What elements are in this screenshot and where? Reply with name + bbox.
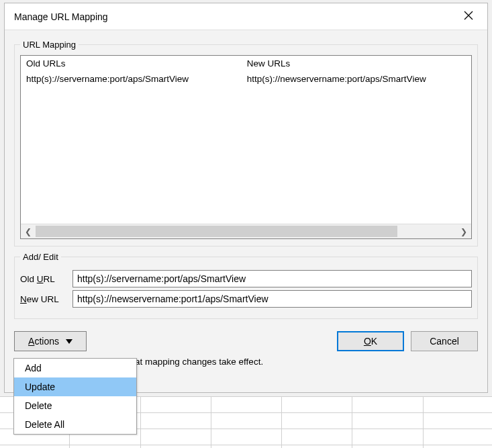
table-row[interactable]: http(s)://servername:port/aps/SmartView … bbox=[21, 71, 471, 87]
group-add-edit-legend: Add/ Edit bbox=[20, 252, 61, 262]
dialog-button-row: Actions OK Cancel bbox=[14, 331, 478, 351]
cancel-button[interactable]: Cancel bbox=[411, 331, 478, 351]
column-header-old-urls[interactable]: Old URLs bbox=[21, 56, 242, 71]
actions-menu-delete-all[interactable]: Delete All bbox=[14, 415, 136, 434]
dialog-body: URL Mapping Old URLs New URLs bbox=[5, 30, 487, 392]
scroll-left-button[interactable]: ❮ bbox=[21, 224, 36, 238]
dialog-titlebar: Manage URL Mapping bbox=[5, 3, 487, 30]
actions-menu-delete[interactable]: Delete bbox=[14, 396, 136, 415]
close-button[interactable] bbox=[450, 3, 487, 30]
scroll-thumb[interactable] bbox=[36, 226, 397, 237]
url-mapping-table[interactable]: Old URLs New URLs http(s)://servername:p… bbox=[20, 55, 472, 239]
chevron-left-icon: ❮ bbox=[25, 227, 32, 236]
cell-old-url: http(s)://servername:port/aps/SmartView bbox=[21, 71, 242, 87]
column-header-new-urls[interactable]: New URLs bbox=[242, 56, 471, 71]
group-url-mapping: URL Mapping Old URLs New URLs bbox=[14, 40, 478, 247]
actions-menu-update[interactable]: Update bbox=[14, 377, 136, 396]
ok-button[interactable]: OK bbox=[337, 331, 404, 351]
scroll-track[interactable] bbox=[36, 224, 456, 238]
group-add-edit: Add/ Edit Old URL New URL bbox=[14, 252, 478, 319]
close-icon bbox=[464, 11, 473, 23]
chevron-right-icon: ❯ bbox=[460, 227, 467, 236]
label-old-url: Old URL bbox=[20, 274, 68, 284]
actions-menu-add[interactable]: Add bbox=[14, 359, 136, 377]
old-url-input[interactable] bbox=[72, 270, 472, 287]
group-url-mapping-legend: URL Mapping bbox=[20, 40, 79, 50]
actions-dropdown-button[interactable]: Actions bbox=[14, 331, 87, 351]
actions-menu[interactable]: Add Update Delete Delete All bbox=[13, 358, 137, 435]
caret-down-icon bbox=[66, 339, 72, 344]
scroll-right-button[interactable]: ❯ bbox=[456, 224, 471, 238]
cell-new-url: http(s)://newservername:port/aps/SmartVi… bbox=[242, 71, 471, 87]
new-url-input[interactable] bbox=[72, 290, 472, 308]
dialog-manage-url-mapping: Manage URL Mapping URL Mapping Old URLs … bbox=[4, 3, 488, 393]
dialog-title: Manage URL Mapping bbox=[14, 11, 450, 22]
horizontal-scrollbar[interactable]: ❮ ❯ bbox=[21, 224, 471, 238]
label-new-url: New URL bbox=[20, 294, 68, 304]
